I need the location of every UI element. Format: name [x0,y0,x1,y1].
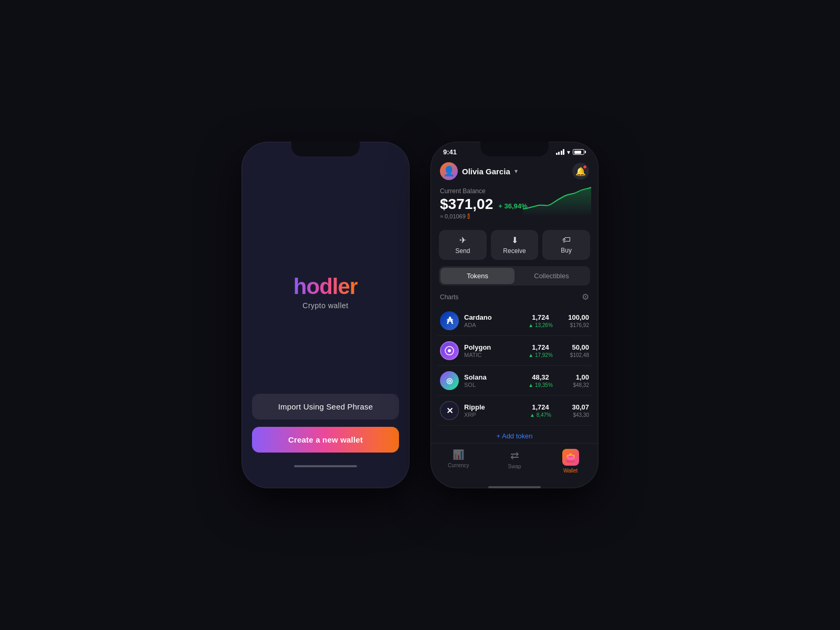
nav-item-wallet[interactable]: 👛 Wallet [542,449,598,474]
buy-icon: 🏷 [562,235,571,245]
token-fiat-ada: $176,92 [560,322,589,328]
tabs-row: Tokens Collectibles [439,266,590,286]
token-icon-sol: ◎ [440,371,459,390]
notification-button[interactable]: 🔔 [572,163,589,180]
token-fiat-matic: $102,48 [560,352,589,358]
token-name-sol: Solana [464,373,521,381]
token-change-ada: ▲ 13,26% [526,322,555,328]
token-amount-matic: 50,00 [560,343,589,351]
app-logo: hodler [293,274,358,299]
phones-container: 9:41 ▾ hodler Crypto wallet [242,142,598,488]
chevron-down-icon: ▾ [514,167,518,175]
token-list: ₳ Cardano ADA 1,724 ▲ 13,26% 100,00 $176… [430,306,598,443]
token-amount-ada: 100,00 [560,313,589,321]
token-icon-ada: ₳ [440,311,459,330]
send-button[interactable]: ✈ Send [439,230,487,260]
token-value-section-ada: 100,00 $176,92 [560,313,589,328]
user-info[interactable]: 👤 Olivia Garcia ▾ [440,162,518,180]
swap-icon: ⇄ [510,449,519,461]
notification-dot [583,165,587,169]
svg-point-1 [448,349,451,352]
token-price-section-ada: 1,724 ▲ 13,26% [526,313,555,328]
balance-amount: $371,02 [440,197,493,212]
logo-section: hodler Crypto wallet [293,158,358,394]
token-name-ada: Cardano [464,313,521,321]
nav-item-swap[interactable]: ⇄ Swap [487,449,543,474]
buy-button[interactable]: 🏷 Buy [542,230,590,260]
wallet-nav-label: Wallet [563,468,578,474]
notch-right [480,142,549,156]
token-change-sol: ▲ 19,35% [526,382,555,388]
token-price-ada: 1,724 [526,313,555,321]
token-item-matic[interactable]: Polygon MATIC 1,724 ▲ 17,92% 50,00 $102,… [438,336,591,366]
token-amount-xrp: 30,07 [560,403,589,411]
token-fiat-xrp: $43,30 [560,412,589,418]
signal-icon-right [556,149,565,155]
balance-section: Current Balance $371,02 + 36,94% ≈ 0,010… [430,185,598,226]
token-name-xrp: Ripple [464,403,521,411]
create-wallet-button[interactable]: Create a new wallet [252,427,399,453]
token-price-matic: 1,724 [526,343,555,351]
token-symbol-xrp: XRP [464,412,521,418]
swap-nav-label: Swap [508,464,521,469]
token-symbol-matic: MATIC [464,352,521,358]
charts-label: Charts [440,293,458,301]
bottom-nav: 📊 Currency ⇄ Swap 👛 Wallet [430,443,598,484]
add-token-button[interactable]: + Add token [438,426,591,443]
nav-item-currency[interactable]: 📊 Currency [430,449,487,474]
tab-tokens[interactable]: Tokens [440,268,514,284]
status-time-right: 9:41 [443,148,457,156]
phone-left-content: 9:41 ▾ hodler Crypto wallet [242,142,410,488]
token-amount-sol: 1,00 [560,373,589,381]
action-buttons: ✈ Send ⬇ Receive 🏷 Buy [430,226,598,266]
charts-header: Charts ⚙ [430,292,598,306]
token-price-section-sol: 48,32 ▲ 19,35% [526,373,555,388]
token-symbol-ada: ADA [464,322,521,328]
receive-button[interactable]: ⬇ Receive [491,230,539,260]
wallet-icon: 👛 [562,449,579,466]
buy-label: Buy [561,247,572,254]
phone-left: 9:41 ▾ hodler Crypto wallet [242,142,410,488]
send-label: Send [455,247,470,255]
receive-label: Receive [503,247,526,255]
token-info-sol: Solana SOL [464,373,521,388]
buttons-section: Import Using Seed Phrase Create a new wa… [242,394,410,467]
token-price-section-xrp: 1,724 ▲ 8,47% [526,403,555,418]
token-value-section-sol: 1,00 $48,32 [560,373,589,388]
token-price-xrp: 1,724 [526,403,555,411]
token-icon-matic [440,341,459,360]
token-change-matic: ▲ 17,92% [526,352,555,358]
avatar: 👤 [440,162,458,180]
user-name: Olivia Garcia [462,167,510,176]
token-info-xrp: Ripple XRP [464,403,521,418]
token-symbol-sol: SOL [464,382,521,388]
token-info-ada: Cardano ADA [464,313,521,328]
battery-right [573,149,586,155]
send-icon: ✈ [459,235,466,245]
home-indicator-right [488,486,541,488]
token-change-xrp: ▲ 8,47% [526,412,555,418]
tab-collectibles[interactable]: Collectibles [514,268,589,284]
receive-icon: ⬇ [511,235,518,245]
import-seed-button[interactable]: Import Using Seed Phrase [252,394,399,419]
currency-nav-label: Currency [448,463,469,468]
header: 👤 Olivia Garcia ▾ 🔔 [430,158,598,185]
token-name-matic: Polygon [464,343,521,351]
app-tagline: Crypto wallet [302,301,348,310]
wifi-icon-right: ▾ [567,149,570,156]
token-item-ada[interactable]: ₳ Cardano ADA 1,724 ▲ 13,26% 100,00 $176… [438,306,591,336]
token-fiat-sol: $48,32 [560,382,589,388]
phone-right-content: 9:41 ▾ 👤 Oliv [430,142,598,488]
charts-settings-icon[interactable]: ⚙ [582,292,589,302]
token-price-section-matic: 1,724 ▲ 17,92% [526,343,555,358]
token-icon-xrp: ✕ [440,401,459,420]
status-icons-right: ▾ [556,149,586,156]
token-item-sol[interactable]: ◎ Solana SOL 48,32 ▲ 19,35% 1,00 $48,32 [438,366,591,396]
home-indicator-left [294,465,357,467]
token-info-matic: Polygon MATIC [464,343,521,358]
token-item-xrp[interactable]: ✕ Ripple XRP 1,724 ▲ 8,47% 30,07 $43,30 [438,396,591,426]
phone-right: 9:41 ▾ 👤 Oliv [430,142,598,488]
currency-icon: 📊 [453,449,464,460]
token-value-section-xrp: 30,07 $43,30 [560,403,589,418]
notch-left [291,142,360,156]
